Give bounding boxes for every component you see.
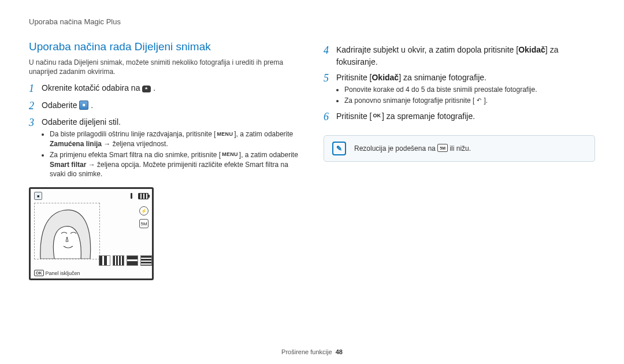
step-text: Pritisnite [ <box>336 112 372 121</box>
layout-option-icon <box>140 255 152 266</box>
note-box: ✎ Rezolucija je podešena na 5M ili nižu. <box>324 135 595 162</box>
mode-indicator-icon: ■ <box>34 192 42 200</box>
page-footer: Proširene funkcije 48 <box>0 348 624 355</box>
section-intro: U načinu rada Dijeljeni snimak, možete s… <box>29 58 300 76</box>
split-mode-icon: ■ <box>79 101 88 110</box>
step-5: 5 Pritisnite [Okidač] za snimanje fotogr… <box>324 72 595 107</box>
step-text: . <box>153 83 155 92</box>
page-number: 48 <box>336 348 343 355</box>
bullet-text: Za ponovno snimanje fotografije pritisni… <box>344 96 474 105</box>
step-6: 6 Pritisnite [OK] za spremanje fotografi… <box>324 110 595 124</box>
step-number: 6 <box>324 110 336 124</box>
lcd-preview: ■ ⚡ 5M <box>29 187 154 280</box>
step-number: 4 <box>324 44 336 57</box>
step-number: 3 <box>29 116 42 129</box>
layout-thumbnails <box>99 255 152 266</box>
step-text: Kadrirajte subjekt u okvir, a zatim dopo… <box>336 45 518 54</box>
bullet-text: Da biste prilagodili oštrinu linije razd… <box>50 130 216 138</box>
flash-indicator-icon: ⚡ <box>139 206 148 216</box>
step-text: ] za spremanje fotografije. <box>382 112 475 121</box>
step-text: Odaberite dijeljeni stil. <box>42 117 121 127</box>
resolution-5m-icon: 5M <box>437 144 448 152</box>
running-header: Uporaba načina Magic Plus <box>29 17 595 26</box>
step-text: Odaberite <box>42 101 79 110</box>
battery-icon <box>138 193 148 199</box>
note-icon: ✎ <box>332 142 346 155</box>
note-text: Rezolucija je podešena na <box>354 144 437 153</box>
layout-option-icon <box>99 255 110 266</box>
step-number: 2 <box>29 99 42 113</box>
panel-label: Panel isključen <box>46 270 80 276</box>
layout-option-icon <box>113 255 124 266</box>
step-text: ] za snimanje fotografije. <box>399 73 486 82</box>
bullet-text: ], a zatim odaberite <box>239 151 298 159</box>
back-button-icon: ↶ <box>474 96 484 104</box>
step-text: Okrenite kotačić odabira na <box>42 83 142 92</box>
step-bullets: Da biste prilagodili oštrinu linije razd… <box>42 129 300 179</box>
step-2: 2 Odaberite ■ . <box>29 99 300 113</box>
bullet-text: → željena vrijednost. <box>102 140 168 148</box>
bullet-text: Ponovite korake od 4 do 5 da biste snimi… <box>344 85 595 95</box>
split-frame <box>34 203 100 259</box>
rec-indicator-icon <box>131 193 132 199</box>
bullet-text: ], a zatim odaberite <box>234 130 293 138</box>
shutter-label: Okidač <box>372 73 399 82</box>
ok-button-icon: OK <box>372 112 382 120</box>
option-name: Zamućena linija <box>50 140 102 148</box>
step-text: . <box>91 101 93 110</box>
face-illustration <box>35 203 99 259</box>
step-number: 5 <box>324 72 336 85</box>
bullet-text: ]. <box>484 96 488 105</box>
shutter-label: Okidač <box>518 45 545 54</box>
step-3: 3 Odaberite dijeljeni stil. Da biste pri… <box>29 116 300 180</box>
left-column: Uporaba načina rada Dijeljeni snimak U n… <box>29 40 300 280</box>
right-column: 4 Kadrirajte subjekt u okvir, a zatim do… <box>324 40 595 280</box>
step-4: 4 Kadrirajte subjekt u okvir, a zatim do… <box>324 44 595 68</box>
footer-section: Proširene funkcije <box>281 348 332 355</box>
resolution-indicator-icon: 5M <box>139 219 148 228</box>
ok-button-icon: OK <box>34 270 44 276</box>
menu-button-icon: MENU <box>216 130 234 138</box>
note-text: ili nižu. <box>448 144 471 153</box>
step-1: 1 Okrenite kotačić odabira na . <box>29 82 300 95</box>
step-number: 1 <box>29 82 42 95</box>
option-name: Smart filtar <box>50 161 86 169</box>
bullet-text: Za primjenu efekta Smart filtra na dio s… <box>50 151 221 159</box>
step-bullets: Ponovite korake od 4 do 5 da biste snimi… <box>336 85 595 106</box>
section-title: Uporaba načina rada Dijeljeni snimak <box>29 40 300 53</box>
mode-dial-icon <box>142 86 151 92</box>
step-text: Pritisnite [ <box>336 73 372 82</box>
layout-option-icon <box>127 255 138 266</box>
menu-button-icon: MENU <box>221 151 239 158</box>
